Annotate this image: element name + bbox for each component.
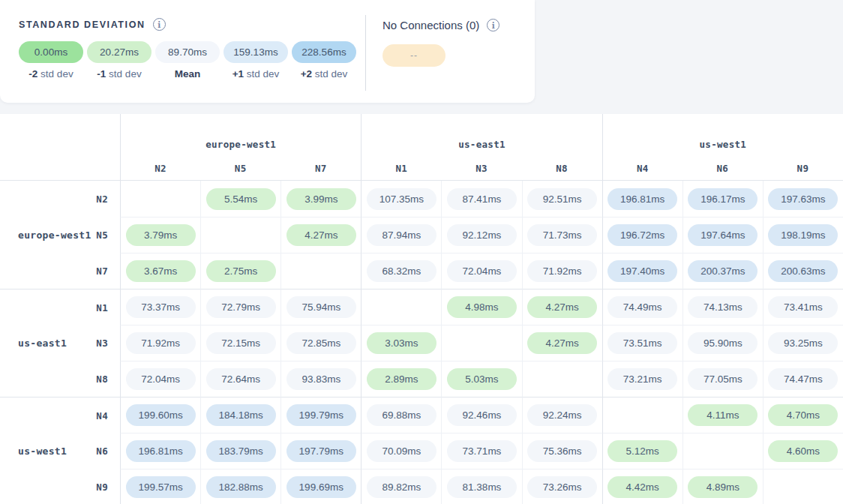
latency-value-pill[interactable]: 87.94ms: [367, 224, 436, 246]
latency-value-pill[interactable]: 199.60ms: [126, 404, 196, 426]
latency-cell-N8-N5: 72.64ms: [200, 361, 280, 397]
latency-value-pill[interactable]: 71.92ms: [527, 260, 597, 282]
info-icon[interactable]: i: [153, 18, 166, 31]
latency-value-pill[interactable]: 200.63ms: [768, 260, 838, 282]
info-icon[interactable]: i: [487, 19, 500, 32]
latency-value-pill[interactable]: 197.63ms: [768, 188, 838, 210]
latency-value-pill[interactable]: 197.64ms: [688, 224, 758, 246]
latency-value-pill[interactable]: 197.79ms: [286, 440, 356, 462]
legend-title-row: STANDARD DEVIATION i: [19, 18, 166, 31]
latency-value-pill[interactable]: 5.03ms: [447, 368, 517, 390]
latency-value-pill[interactable]: 4.27ms: [527, 296, 597, 318]
latency-value-pill[interactable]: 3.79ms: [126, 224, 196, 246]
latency-cell-N9-N2: 199.57ms: [120, 469, 200, 504]
row-region-label: us-east1: [18, 338, 67, 349]
latency-value-pill[interactable]: 2.89ms: [367, 368, 436, 390]
latency-value-pill[interactable]: 73.41ms: [768, 296, 838, 318]
latency-value-pill[interactable]: 89.82ms: [367, 476, 436, 498]
latency-value-pill[interactable]: 72.04ms: [447, 260, 517, 282]
latency-value-pill[interactable]: 73.71ms: [447, 440, 517, 462]
latency-value-pill[interactable]: 196.81ms: [608, 188, 677, 210]
latency-value-pill[interactable]: 199.57ms: [126, 476, 196, 498]
latency-value-pill[interactable]: 5.12ms: [608, 440, 677, 462]
latency-value-pill[interactable]: 4.98ms: [447, 296, 517, 318]
latency-value-pill[interactable]: 2.75ms: [206, 260, 276, 282]
latency-cell-N1-N8: 4.27ms: [522, 289, 602, 325]
latency-cell-N3-N3: [441, 325, 521, 361]
latency-cell-N6-N5: 183.79ms: [200, 433, 280, 469]
latency-value-pill[interactable]: 75.36ms: [527, 440, 597, 462]
latency-value-pill[interactable]: 4.89ms: [688, 476, 758, 498]
latency-value-pill[interactable]: 3.99ms: [286, 188, 356, 210]
latency-value-pill[interactable]: 69.88ms: [367, 404, 436, 426]
latency-value-pill[interactable]: 4.70ms: [768, 404, 838, 426]
latency-value-pill[interactable]: 77.05ms: [688, 368, 758, 390]
column-node-header-N5: N5: [200, 152, 280, 181]
latency-value-pill[interactable]: 182.88ms: [206, 476, 276, 498]
latency-value-pill[interactable]: 196.81ms: [126, 440, 196, 462]
latency-value-pill[interactable]: 92.24ms: [527, 404, 597, 426]
latency-value-pill[interactable]: 81.38ms: [447, 476, 517, 498]
latency-value-pill[interactable]: 73.51ms: [608, 332, 677, 354]
latency-value-pill[interactable]: 75.94ms: [286, 296, 356, 318]
latency-value-pill[interactable]: 199.79ms: [286, 404, 356, 426]
latency-value-pill[interactable]: 68.32ms: [367, 260, 436, 282]
latency-value-pill[interactable]: 92.46ms: [447, 404, 517, 426]
latency-value-pill[interactable]: 92.51ms: [527, 188, 597, 210]
latency-value-pill[interactable]: 3.03ms: [367, 332, 436, 354]
legend-stop-pill: 20.27ms: [87, 41, 152, 63]
latency-value-pill[interactable]: 198.19ms: [768, 224, 838, 246]
latency-value-pill[interactable]: 4.27ms: [286, 224, 356, 246]
latency-value-pill[interactable]: 70.09ms: [367, 440, 436, 462]
latency-value-pill[interactable]: 4.42ms: [608, 476, 677, 498]
latency-value-pill[interactable]: 95.90ms: [688, 332, 758, 354]
latency-value-pill[interactable]: 5.54ms: [206, 188, 276, 210]
latency-value-pill[interactable]: 93.83ms: [286, 368, 356, 390]
latency-value-pill[interactable]: 72.64ms: [206, 368, 276, 390]
latency-value-pill[interactable]: 72.15ms: [206, 332, 276, 354]
row-region-label: us-west1: [18, 446, 67, 457]
latency-value-pill[interactable]: 73.21ms: [608, 368, 677, 390]
latency-cell-N2-N9: 197.63ms: [763, 181, 843, 217]
row-node-label: N3: [96, 338, 108, 349]
latency-cell-N4-N2: 199.60ms: [120, 397, 200, 433]
latency-value-pill[interactable]: 107.35ms: [367, 188, 436, 210]
latency-cell-N6-N8: 75.36ms: [522, 433, 602, 469]
latency-value-pill[interactable]: 196.72ms: [608, 224, 677, 246]
latency-value-pill[interactable]: 87.41ms: [447, 188, 517, 210]
latency-cell-N1-N2: 73.37ms: [120, 289, 200, 325]
legend-stop-label: Mean: [155, 68, 220, 80]
latency-value-pill[interactable]: 199.69ms: [286, 476, 356, 498]
latency-value-pill[interactable]: 72.04ms: [126, 368, 196, 390]
latency-value-pill[interactable]: 74.13ms: [688, 296, 758, 318]
latency-cell-N2-N7: 3.99ms: [280, 181, 361, 217]
no-connections-title: No Connections (0): [382, 19, 479, 32]
latency-value-pill[interactable]: 197.40ms: [608, 260, 677, 282]
latency-cell-N6-N1: 70.09ms: [361, 433, 441, 469]
latency-value-pill[interactable]: 200.37ms: [688, 260, 758, 282]
latency-cell-N7-N9: 200.63ms: [763, 253, 843, 289]
latency-value-pill[interactable]: 72.85ms: [286, 332, 356, 354]
latency-value-pill[interactable]: 183.79ms: [206, 440, 276, 462]
latency-cell-N9-N7: 199.69ms: [280, 469, 361, 504]
latency-value-pill[interactable]: 73.26ms: [527, 476, 597, 498]
latency-value-pill[interactable]: 4.60ms: [768, 440, 838, 462]
std-deviation-legend-card: STANDARD DEVIATION i 0.00ms20.27ms89.70m…: [0, 0, 535, 103]
latency-value-pill[interactable]: 71.92ms: [126, 332, 196, 354]
latency-value-pill[interactable]: 184.18ms: [206, 404, 276, 426]
latency-value-pill[interactable]: 3.67ms: [126, 260, 196, 282]
legend-stop-label: -2 std dev: [19, 68, 83, 80]
legend-stop-pill: 0.00ms: [19, 41, 83, 63]
latency-value-pill[interactable]: 92.12ms: [447, 224, 517, 246]
latency-value-pill[interactable]: 4.11ms: [688, 404, 758, 426]
latency-value-pill[interactable]: 71.73ms: [527, 224, 597, 246]
latency-value-pill[interactable]: 74.49ms: [608, 296, 677, 318]
latency-value-pill[interactable]: 74.47ms: [768, 368, 838, 390]
latency-value-pill[interactable]: 93.25ms: [768, 332, 838, 354]
legend-stops: 0.00ms20.27ms89.70ms159.13ms228.56ms: [19, 41, 356, 63]
latency-cell-N9-N8: 73.26ms: [522, 469, 602, 504]
latency-value-pill[interactable]: 196.17ms: [688, 188, 758, 210]
latency-value-pill[interactable]: 72.79ms: [206, 296, 276, 318]
latency-value-pill[interactable]: 4.27ms: [527, 332, 597, 354]
latency-value-pill[interactable]: 73.37ms: [126, 296, 196, 318]
